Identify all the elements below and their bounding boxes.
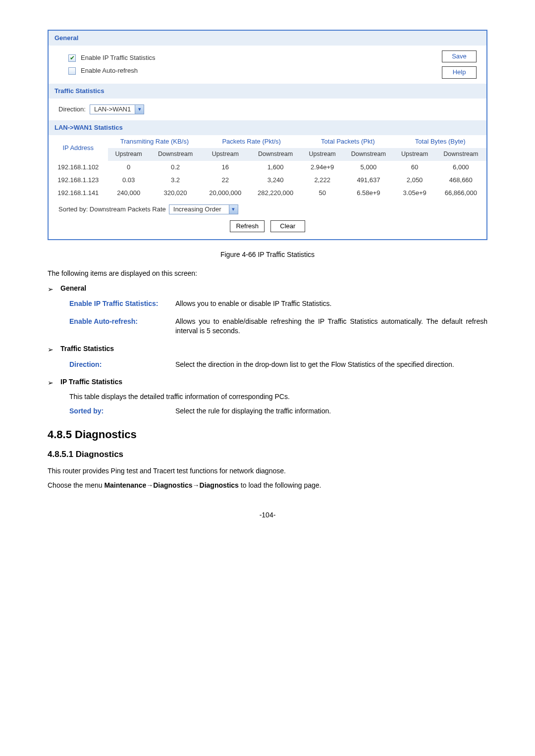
sub-up-1: Upstream xyxy=(108,148,150,161)
direction-value: LAN->WAN1 xyxy=(90,105,135,114)
direction-row: Direction: LAN->WAN1 ▾ xyxy=(49,99,486,120)
chevron-down-icon: ▾ xyxy=(229,205,238,214)
bullet-iptraffic-title: IP Traffic Statistics xyxy=(60,377,122,387)
diag-p1: This router provides Ping test and Trace… xyxy=(48,466,487,476)
sub-up-2: Upstream xyxy=(201,148,249,161)
sub-down-1: Downstream xyxy=(150,148,202,161)
enable-ip-traffic-row: ✔ Enable IP Traffic Statistics xyxy=(68,51,477,64)
col-total-pkts: Total Packets (Pkt) xyxy=(302,135,394,148)
sub-down-2: Downstream xyxy=(249,148,302,161)
direction-select[interactable]: LAN->WAN1 ▾ xyxy=(90,104,144,114)
iptraffic-paragraph: This table displays the detailed traffic… xyxy=(69,392,487,402)
direction-label: Direction: xyxy=(58,105,86,114)
defs-general: Enable IP Traffic Statistics: Allows you… xyxy=(69,299,487,336)
sub-up-4: Upstream xyxy=(394,148,435,161)
save-button[interactable]: Save xyxy=(442,50,477,62)
enable-auto-refresh-label: Enable Auto-refresh xyxy=(81,66,138,75)
sub-down-4: Downstream xyxy=(435,148,486,161)
traffic-stats-header: Traffic Statistics xyxy=(49,84,486,99)
def-term: Direction: xyxy=(69,360,163,370)
col-ip: IP Address xyxy=(49,135,108,161)
table-row: 192.168.1.123 0.03 3.2 22 3,240 2,222 49… xyxy=(49,174,486,187)
bullet-icon: ➢ xyxy=(48,285,54,295)
defs-traffic: Direction: Select the direction in the d… xyxy=(69,360,487,370)
defs-iptraffic: Sorted by: Select the rule for displayin… xyxy=(69,406,487,416)
sorted-by-row: Sorted by: Downstream Packets Rate Incre… xyxy=(49,200,486,216)
enable-ip-traffic-checkbox[interactable]: ✔ xyxy=(68,54,76,62)
refresh-button[interactable]: Refresh xyxy=(230,220,265,232)
enable-auto-refresh-row: Enable Auto-refresh xyxy=(68,64,477,77)
def-desc: Select the direction in the drop-down li… xyxy=(175,360,487,370)
col-total-bytes: Total Bytes (Byte) xyxy=(394,135,487,148)
page-number: -104- xyxy=(48,510,487,520)
table-row: 192.168.1.141 240,000 320,020 20,000,000… xyxy=(49,187,486,200)
def-desc: Select the rule for displaying the traff… xyxy=(175,406,487,416)
table-row: 192.168.1.102 0 0.2 16 1,600 2.94e+9 5,0… xyxy=(49,161,486,174)
def-term: Sorted by: xyxy=(69,406,163,416)
def-desc: Allows you to enable or disable IP Traff… xyxy=(175,299,487,309)
def-term: Enable Auto-refresh: xyxy=(69,317,163,336)
sub-up-3: Upstream xyxy=(302,148,343,161)
general-body: ✔ Enable IP Traffic Statistics Enable Au… xyxy=(49,46,486,83)
enable-ip-traffic-label: Enable IP Traffic Statistics xyxy=(81,53,156,62)
bullet-iptraffic: ➢ IP Traffic Statistics xyxy=(48,377,487,388)
heading-485: 4.8.5 Diagnostics xyxy=(48,427,487,443)
def-row: Sorted by: Select the rule for displayin… xyxy=(69,406,487,416)
col-packets: Packets Rate (Pkt/s) xyxy=(201,135,302,148)
stats-table: IP Address Transmiting Rate (KB/s) Packe… xyxy=(49,135,486,200)
lan-wan-header: LAN->WAN1 Statistics xyxy=(49,120,486,135)
sorted-by-label: Sorted by: Downstream Packets Rate xyxy=(58,205,166,214)
def-row: Enable IP Traffic Statistics: Allows you… xyxy=(69,299,487,309)
figure-caption: Figure 4-66 IP Traffic Statistics xyxy=(48,250,487,260)
diag-p2: Choose the menu Maintenance→Diagnostics→… xyxy=(48,481,487,491)
def-term: Enable IP Traffic Statistics: xyxy=(69,299,163,309)
bullet-general-title: General xyxy=(60,284,86,294)
sort-order-select[interactable]: Increasing Order ▾ xyxy=(169,204,238,214)
table-buttons: Refresh Clear xyxy=(49,216,486,239)
def-row: Direction: Select the direction in the d… xyxy=(69,360,487,370)
bullet-icon: ➢ xyxy=(48,345,54,355)
general-buttons: Save Help xyxy=(442,50,477,78)
col-trans: Transmiting Rate (KB/s) xyxy=(108,135,202,148)
enable-auto-refresh-checkbox[interactable] xyxy=(68,67,76,75)
bullet-traffic-title: Traffic Statistics xyxy=(60,344,114,354)
sub-down-3: Downstream xyxy=(343,148,394,161)
ip-traffic-panel: General ✔ Enable IP Traffic Statistics E… xyxy=(48,30,487,240)
def-row: Enable Auto-refresh: Allows you to enabl… xyxy=(69,317,487,336)
bullet-general: ➢ General xyxy=(48,284,487,295)
clear-button[interactable]: Clear xyxy=(270,220,305,232)
bullet-icon: ➢ xyxy=(48,378,54,388)
sort-order-value: Increasing Order xyxy=(169,205,229,214)
intro-line: The following items are displayed on thi… xyxy=(48,269,487,279)
general-header: General xyxy=(49,31,486,46)
help-button[interactable]: Help xyxy=(442,66,477,78)
heading-4851: 4.8.5.1 Diagnostics xyxy=(48,449,487,460)
bullet-traffic: ➢ Traffic Statistics xyxy=(48,344,487,355)
def-desc: Allows you to enable/disable refreshing … xyxy=(175,317,487,336)
chevron-down-icon: ▾ xyxy=(135,105,144,114)
